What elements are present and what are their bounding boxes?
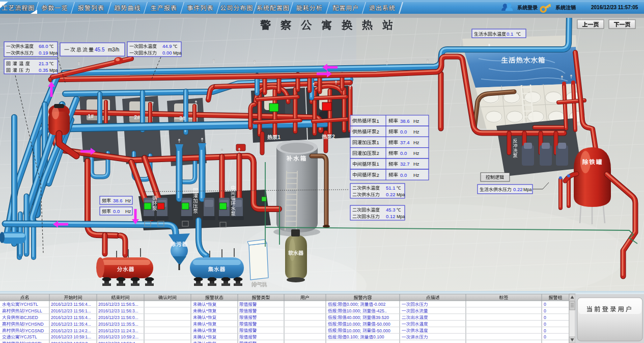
svg-text:0.0: 0.0 xyxy=(400,129,407,135)
svg-text:2016/12/23 11:57:05: 2016/12/23 11:57:05 xyxy=(591,5,638,10)
svg-text:44.9: 44.9 xyxy=(162,43,172,49)
svg-text:0: 0 xyxy=(544,328,546,333)
svg-text:10.000;: 10.000; xyxy=(347,322,361,327)
svg-text:0.1: 0.1 xyxy=(507,31,513,37)
svg-text:2016/12/23 11:56:0...: 2016/12/23 11:56:0... xyxy=(98,315,138,320)
svg-text:Hz: Hz xyxy=(125,208,131,214)
svg-text:2016/12/23 10:59:1...: 2016/12/23 10:59:1... xyxy=(51,334,91,339)
svg-text:0: 0 xyxy=(544,308,546,313)
svg-text::: : xyxy=(337,315,338,320)
svg-text:0: 0 xyxy=(544,315,546,320)
svg-text:2: 2 xyxy=(377,129,379,135)
svg-text:0.100;: 0.100; xyxy=(347,334,359,339)
svg-text::: : xyxy=(337,302,338,307)
svg-text:10.000;: 10.000; xyxy=(347,328,361,333)
svg-text:\BCJSED: \BCJSED xyxy=(19,315,38,320)
svg-text:2: 2 xyxy=(377,172,379,178)
svg-text:2016/12/23 11:56:4...: 2016/12/23 11:56:4... xyxy=(51,302,91,307)
svg-text:\YCGSND: \YCGSND xyxy=(24,328,44,333)
svg-text:0.35: 0.35 xyxy=(39,67,48,73)
svg-text:m3/h: m3/h xyxy=(108,47,119,52)
svg-text:0.0: 0.0 xyxy=(400,150,407,156)
svg-text::: : xyxy=(337,328,338,333)
svg-text:39.520: 39.520 xyxy=(376,315,389,320)
svg-text:0.00: 0.00 xyxy=(162,50,172,56)
svg-text:Hz: Hz xyxy=(413,118,419,124)
svg-text:Hz: Hz xyxy=(125,198,131,203)
svg-text::: : xyxy=(337,308,338,313)
svg-text:2016/12/23 11:35:5...: 2016/12/23 11:35:5... xyxy=(98,322,138,327)
svg-text:2016/12/23 11:24:2...: 2016/12/23 11:24:2... xyxy=(51,328,91,333)
svg-text:Mpa: Mpa xyxy=(173,50,182,56)
svg-text:40.000;: 40.000; xyxy=(347,315,361,320)
svg-text:\YCJSTL: \YCJSTL xyxy=(19,334,37,339)
svg-text:10.000;: 10.000; xyxy=(347,308,361,313)
svg-text:Hz: Hz xyxy=(413,129,419,135)
svg-text:Mpa: Mpa xyxy=(49,50,58,56)
svg-text:3#: 3# xyxy=(180,116,186,121)
svg-text:0.12: 0.12 xyxy=(386,214,396,219)
svg-text:Hz: Hz xyxy=(413,150,419,156)
svg-text:1#: 1# xyxy=(88,114,94,119)
svg-text:-50.000: -50.000 xyxy=(376,328,390,333)
svg-text:2016/12/23 10:52:4...: 2016/12/23 10:52:4... xyxy=(98,341,138,343)
svg-text:0: 0 xyxy=(544,302,546,307)
svg-text::: : xyxy=(337,334,338,339)
svg-text:0.19: 0.19 xyxy=(39,50,48,56)
svg-text:0.22: 0.22 xyxy=(513,187,523,192)
svg-text:2016/12/23 11:35:4...: 2016/12/23 11:35:4... xyxy=(51,322,91,327)
svg-text:Mpa: Mpa xyxy=(397,192,405,197)
svg-text:51.1: 51.1 xyxy=(386,185,396,191)
svg-text:38.6: 38.6 xyxy=(400,118,410,124)
svg-text:32.7: 32.7 xyxy=(400,161,410,167)
svg-text:Hz: Hz xyxy=(413,172,419,178)
svg-text:0: 0 xyxy=(544,334,546,339)
svg-text:2016/12/23 11:56:1...: 2016/12/23 11:56:1... xyxy=(51,308,91,313)
svg-text:\YCHSTL: \YCHSTL xyxy=(19,302,38,307)
svg-text:2#: 2# xyxy=(134,115,141,120)
svg-text:2016/12/23 11:24:3...: 2016/12/23 11:24:3... xyxy=(98,328,138,333)
svg-text:1: 1 xyxy=(377,118,379,124)
svg-text:0.0: 0.0 xyxy=(400,172,407,178)
svg-text:68.0: 68.0 xyxy=(39,43,48,49)
svg-text:-0.002: -0.002 xyxy=(373,302,386,307)
svg-text:0: 0 xyxy=(544,322,546,327)
svg-text:2016/12/23 11:55:4...: 2016/12/23 11:55:4... xyxy=(51,315,91,320)
svg-text:38.6: 38.6 xyxy=(113,198,123,203)
svg-text:Mpa: Mpa xyxy=(49,68,58,73)
svg-text:0.0: 0.0 xyxy=(113,208,120,214)
svg-text:37.4: 37.4 xyxy=(400,140,410,145)
svg-text:1: 1 xyxy=(277,135,281,140)
svg-text:Mpa: Mpa xyxy=(397,214,405,219)
svg-text:Mpa: Mpa xyxy=(523,187,532,192)
svg-text:Hz: Hz xyxy=(413,140,419,145)
svg-text:2016/12/23 10:52:3...: 2016/12/23 10:52:3... xyxy=(51,341,91,343)
svg-text:\YCHSND: \YCHSND xyxy=(24,322,44,327)
svg-text:1: 1 xyxy=(377,161,379,167)
svg-text:2: 2 xyxy=(377,150,379,156)
svg-text:2: 2 xyxy=(332,134,335,140)
svg-text:-50.000: -50.000 xyxy=(376,322,390,327)
svg-text:-425..: -425.. xyxy=(376,308,387,313)
svg-text:\YCHSLL: \YCHSLL xyxy=(24,308,42,313)
svg-text:2016/12/23 11:56:5...: 2016/12/23 11:56:5... xyxy=(98,302,138,307)
svg-text:0.22: 0.22 xyxy=(386,192,396,197)
svg-text::: : xyxy=(337,322,338,327)
svg-text:1: 1 xyxy=(377,140,379,145)
svg-text:21.3: 21.3 xyxy=(39,61,48,66)
svg-text:2016/12/23 10:59:2...: 2016/12/23 10:59:2... xyxy=(98,334,138,339)
svg-text:45.5: 45.5 xyxy=(95,47,105,52)
svg-text:\YCOSTL: \YCOSTL xyxy=(24,341,43,343)
svg-text:0.000;: 0.000; xyxy=(347,302,359,307)
svg-text:2016/12/23 11:56:3...: 2016/12/23 11:56:3... xyxy=(98,308,138,313)
svg-text:0.100: 0.100 xyxy=(373,334,384,339)
svg-text:Hz: Hz xyxy=(413,161,419,167)
svg-text:45.3: 45.3 xyxy=(386,207,396,213)
